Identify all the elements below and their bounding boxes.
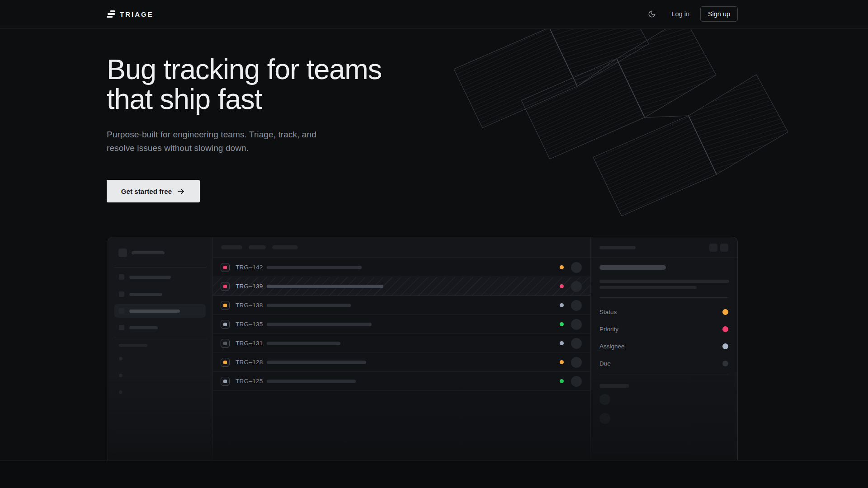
signup-button[interactable]: Sign up [700,6,738,22]
issue-type-icon [221,263,230,272]
issue-type-icon [221,358,230,367]
issue-row: TRG–125 [213,372,590,391]
detail-header-skeleton [599,246,636,249]
detail-field-label: Status [599,309,617,315]
issue-assignee-avatar [571,262,582,273]
issue-assignee-avatar [571,357,582,368]
issue-status-dot [560,284,564,288]
issue-assignee-avatar [571,319,582,330]
issue-row: TRG–135 [213,315,590,334]
panel-divider [599,297,728,298]
issue-status-dot [560,322,564,326]
get-started-button[interactable]: Get started free [107,180,200,202]
issue-type-icon [221,301,230,310]
dark-mode-toggle[interactable] [647,9,656,19]
detail-field-value-dot [722,326,728,332]
issue-title-skeleton [267,304,351,307]
issue-id: TRG–138 [236,302,264,309]
arrow-right-icon [177,187,185,196]
login-link[interactable]: Log in [671,10,689,18]
hero-title: Bug tracking for teams that ship fast [107,54,382,114]
detail-field-value-dot [722,361,728,366]
detail-field-label: Priority [599,326,618,333]
filter-pill-skeleton [272,245,298,249]
issue-id: TRG–131 [236,340,264,347]
panel-divider [599,375,728,375]
detail-field-row: Priority [599,320,728,338]
filter-pill-skeleton [221,245,242,249]
issue-title-skeleton [267,285,383,288]
mockup-detail-panel: Status Priority Assignee Due [591,237,737,460]
issue-id: TRG–128 [236,359,264,366]
issue-title-skeleton [267,323,372,326]
footer-strip [0,460,868,488]
issue-type-icon [221,320,230,329]
moon-icon [648,10,656,18]
issue-title-skeleton [267,380,356,383]
issue-type-icon [221,282,230,291]
sidebar-item-icon-skeleton [119,274,124,280]
sidebar-divider [114,339,207,339]
issue-id: TRG–142 [236,264,264,271]
brand-name: TRIAGE [120,10,154,18]
issue-id: TRG–125 [236,378,264,385]
sidebar-item-icon-skeleton [119,325,124,330]
issue-assignee-avatar [571,376,582,387]
hero-description: Purpose-built for engineering teams. Tri… [107,128,324,155]
sidebar-dot-skeleton [119,390,123,394]
sidebar-item-icon-skeleton [119,308,124,314]
sidebar-item-label-skeleton [129,276,171,279]
mockup-sidebar [108,237,213,460]
detail-field-label: Due [599,360,611,367]
hero-title-line2: that ship fast [107,83,262,115]
issue-row: TRG–138 [213,296,590,315]
activity-label-skeleton [599,384,629,388]
sidebar-item-skeleton-active [114,304,206,318]
issue-title-skeleton [267,342,340,345]
issue-list-toolbar-skeleton [213,237,590,258]
issue-status-dot [560,379,564,383]
issue-title-skeleton [267,266,362,269]
app-mockup-window: TRG–142 TRG–139 TRG–138 TRG–135 TRG–131 … [108,237,738,460]
sidebar-item-label-skeleton [129,310,180,313]
activity-avatar-skeleton [599,394,610,405]
detail-panel-body: Status Priority Assignee Due [591,258,737,460]
issue-assignee-avatar [571,338,582,349]
sidebar-divider [114,267,207,267]
issue-text-skeleton [599,280,729,283]
workspace-name-skeleton [132,251,165,254]
detail-field-row: Due [599,355,728,372]
activity-avatar-skeleton [599,413,610,424]
detail-field-row: Assignee [599,338,728,355]
triage-logo-icon [107,10,115,18]
detail-panel-header [591,237,737,258]
sidebar-item-label-skeleton [129,293,162,296]
sidebar-item-label-skeleton [129,326,158,329]
issue-text-skeleton [599,286,697,289]
issue-row: TRG–139 [213,277,590,296]
panel-action-skeleton [709,244,717,252]
issue-title-skeleton [599,265,666,270]
panel-action-skeleton [720,244,728,252]
detail-field-value-dot [722,309,728,315]
issue-id: TRG–135 [236,321,264,328]
sidebar-item-skeleton [114,287,206,301]
workspace-avatar-skeleton [118,249,127,257]
issue-status-dot [560,265,564,269]
sidebar-section-label-skeleton [119,344,147,347]
issue-title-skeleton [267,361,366,364]
issue-row: TRG–142 [213,258,590,277]
sidebar-dot-skeleton [119,357,123,361]
sidebar-item-skeleton [114,270,206,284]
detail-field-label: Assignee [599,343,625,350]
issue-row: TRG–128 [213,353,590,372]
brand[interactable]: TRIAGE [107,10,154,18]
nav-actions: Log in Sign up [647,6,738,22]
sidebar-item-skeleton [114,321,206,334]
filter-pill-skeleton [249,245,266,249]
issue-status-dot [560,341,564,345]
hero-title-line1: Bug tracking for teams [107,53,382,85]
top-nav: TRIAGE Log in Sign up [0,0,868,28]
issue-assignee-avatar [571,300,582,311]
issue-type-icon [221,377,230,386]
